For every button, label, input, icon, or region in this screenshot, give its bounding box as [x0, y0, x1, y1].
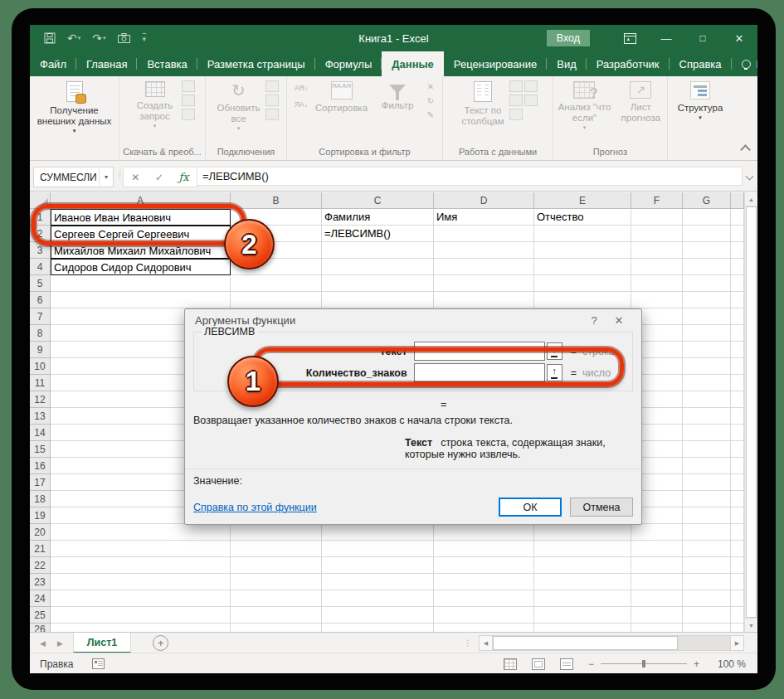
cell-A24[interactable]: [51, 590, 231, 607]
minimize-button[interactable]: —: [648, 25, 684, 51]
cell-H12[interactable]: [731, 391, 744, 408]
cell-H5[interactable]: [731, 275, 744, 292]
cell-H7[interactable]: [731, 308, 744, 325]
row-header-6[interactable]: 6: [30, 292, 51, 308]
cell-F5[interactable]: [631, 275, 683, 292]
ribbon-display-options-button[interactable]: [611, 25, 648, 51]
sign-in-button[interactable]: Вход: [547, 30, 590, 46]
ok-button[interactable]: ОК: [499, 498, 562, 517]
row-header-22[interactable]: 22: [30, 557, 51, 574]
connections-icon[interactable]: [265, 80, 279, 92]
cell-H10[interactable]: [731, 358, 744, 375]
cell-F20[interactable]: [631, 524, 683, 541]
cell-A23[interactable]: [51, 574, 231, 590]
zoom-out-button[interactable]: −: [588, 658, 594, 670]
horizontal-scroll-thumb[interactable]: [493, 636, 678, 650]
cell-E2[interactable]: [534, 226, 631, 242]
zoom-level[interactable]: 100 %: [714, 658, 746, 670]
cell-E23[interactable]: [534, 574, 631, 590]
flash-fill-icon[interactable]: [509, 80, 523, 92]
row-header-9[interactable]: 9: [30, 342, 51, 358]
cell-B23[interactable]: [231, 574, 322, 590]
formula-input[interactable]: =ЛЕВСИМВ(): [197, 167, 743, 186]
cell-H9[interactable]: [731, 342, 744, 358]
cell-F3[interactable]: [631, 242, 683, 259]
tab-review[interactable]: Рецензирование: [444, 51, 547, 76]
sheet-tab-list1[interactable]: Лист1: [73, 633, 131, 653]
tab-split-handle[interactable]: ⋮: [464, 638, 472, 648]
cell-G22[interactable]: [683, 557, 731, 574]
name-box[interactable]: СУММЕСЛИ ▾: [33, 167, 114, 187]
cell-C6[interactable]: [322, 292, 434, 308]
cell-F1[interactable]: [631, 209, 683, 226]
cell-A20[interactable]: [51, 524, 231, 541]
cell-H11[interactable]: [731, 375, 744, 391]
tab-file[interactable]: Файл: [30, 51, 76, 76]
cell-H1[interactable]: [731, 209, 744, 226]
cell-H3[interactable]: [731, 242, 744, 259]
cell-E21[interactable]: [534, 541, 631, 557]
row-header-20[interactable]: 20: [30, 524, 51, 541]
forecast-sheet-button[interactable]: ↗ Лист прогноза: [616, 79, 665, 124]
cell-G14[interactable]: [683, 425, 731, 441]
save-button[interactable]: [40, 28, 60, 48]
cell-C5[interactable]: [322, 275, 434, 292]
row-header-13[interactable]: 13: [30, 408, 51, 425]
cell-H15[interactable]: [731, 441, 744, 458]
cell-C25[interactable]: [322, 607, 434, 624]
cell-F24[interactable]: [631, 590, 683, 607]
page-layout-view-button[interactable]: [532, 658, 545, 670]
row-header-24[interactable]: 24: [30, 590, 51, 607]
tab-help[interactable]: Справка: [670, 51, 732, 76]
recent-sources-icon[interactable]: [182, 109, 195, 120]
cell-F21[interactable]: [631, 541, 683, 557]
cell-C20[interactable]: [322, 524, 434, 541]
cell-F25[interactable]: [631, 607, 683, 624]
enter-formula-button[interactable]: ✓: [155, 172, 163, 183]
cell-H6[interactable]: [731, 292, 744, 308]
cell-G4[interactable]: [683, 259, 731, 275]
dialog-close-icon[interactable]: ✕: [606, 314, 631, 327]
remove-duplicates-icon[interactable]: [509, 95, 523, 106]
clear-filter-icon[interactable]: ✕: [424, 80, 437, 92]
cell-D1[interactable]: Имя: [434, 209, 534, 226]
cell-H16[interactable]: [731, 458, 744, 474]
cell-E3[interactable]: [534, 242, 631, 259]
cell-C24[interactable]: [322, 590, 434, 607]
tab-data[interactable]: Данные: [382, 51, 444, 76]
page-break-view-button[interactable]: [560, 658, 573, 670]
row-header-14[interactable]: 14: [30, 425, 51, 441]
cell-G8[interactable]: [683, 325, 731, 342]
row-header-12[interactable]: 12: [30, 391, 51, 408]
cancel-button[interactable]: Отмена: [570, 498, 633, 517]
cell-A6[interactable]: [51, 292, 231, 308]
cell-A21[interactable]: [51, 541, 231, 557]
cell-B5[interactable]: [231, 275, 322, 292]
text-to-columns-button[interactable]: Текст по столбцам: [458, 79, 508, 127]
cell-H19[interactable]: [731, 507, 744, 524]
relationships-icon[interactable]: [524, 95, 538, 106]
cell-B20[interactable]: [231, 524, 322, 541]
cell-H4[interactable]: [731, 259, 744, 275]
cell-C22[interactable]: [322, 557, 434, 574]
scroll-up-icon[interactable]: ▲: [745, 192, 757, 206]
cell-H17[interactable]: [731, 474, 744, 491]
row-header-17[interactable]: 17: [30, 474, 51, 491]
row-header-8[interactable]: 8: [30, 325, 51, 342]
cell-D5[interactable]: [434, 275, 534, 292]
vertical-scrollbar[interactable]: ▲ ▼: [744, 192, 757, 632]
from-table-icon[interactable]: [182, 95, 195, 106]
cell-G20[interactable]: [683, 524, 731, 541]
refresh-all-button[interactable]: ↻ Обновить все ▾: [213, 79, 263, 132]
next-sheet-icon[interactable]: ▶: [57, 639, 63, 648]
cell-E5[interactable]: [534, 275, 631, 292]
customize-qat-button[interactable]: ▾: [138, 28, 151, 48]
maximize-button[interactable]: □: [684, 25, 721, 51]
row-header-25[interactable]: 25: [30, 607, 51, 624]
show-queries-icon[interactable]: [182, 80, 195, 92]
cell-D6[interactable]: [434, 292, 534, 308]
name-box-dropdown-icon[interactable]: ▾: [99, 168, 113, 186]
filter-button[interactable]: Фильтр: [373, 79, 422, 111]
cell-D4[interactable]: [434, 259, 534, 275]
insert-function-button[interactable]: ƒx: [179, 171, 189, 183]
